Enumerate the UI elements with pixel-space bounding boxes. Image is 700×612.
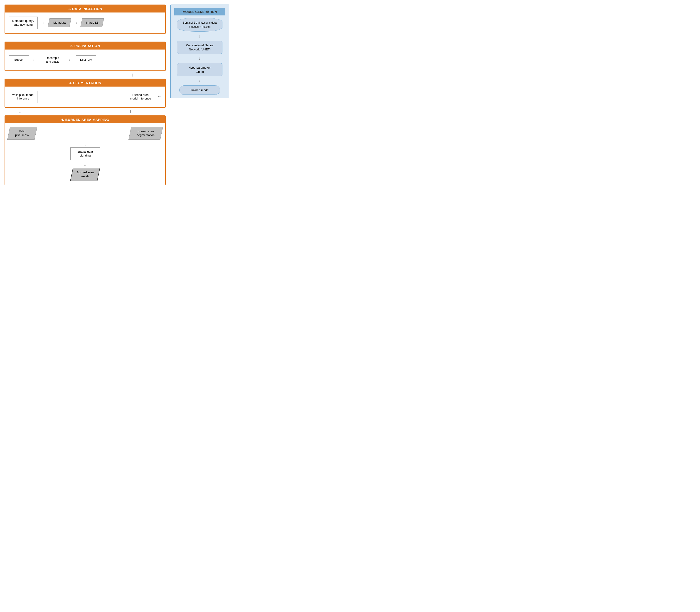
section-4-header: 4. BURNED AREA MAPPING xyxy=(5,116,165,123)
node-valid-pixel-mask: Valid pixel mask xyxy=(7,127,37,140)
arrows-s2-s3: ↓ ↓ xyxy=(4,71,166,79)
node-metadata-query: Metadata query / data download xyxy=(9,17,38,29)
s4-bottom-arrow: ↓ xyxy=(9,160,162,168)
model-gen-header: MODEL GENERATION xyxy=(174,8,225,15)
section-preparation: 2. PREPARATION Subset Resample and stack… xyxy=(4,42,166,71)
arrow-to-blend: ↓ xyxy=(84,141,86,147)
section-2-header: 2. PREPARATION xyxy=(5,42,165,50)
node-sentinel-data: Sentinel-2 train/test/val data (images +… xyxy=(177,18,223,31)
section-segmentation: 3. SEGMENTATION Valid pixel model infere… xyxy=(4,79,166,108)
node-dn2toa: DN2TOA xyxy=(76,55,96,64)
section-4-content: Valid pixel mask Burned area segmentatio… xyxy=(5,123,165,184)
node-valid-pixel-inference: Valid pixel model inference xyxy=(9,91,38,103)
flow-sections: 1. DATA INGESTION Metadata query / data … xyxy=(4,4,166,185)
arrow-dn2toa-tail: ← xyxy=(99,57,104,62)
s4-middle-arrow-area: ↓ xyxy=(9,140,162,148)
arrow-resample-to-subset xyxy=(32,57,37,62)
section-1-content: Metadata query / data download Metadata … xyxy=(5,13,165,33)
section-3-content: Valid pixel model inference Burned area … xyxy=(5,86,165,108)
section-burned-area-mapping: 4. BURNED AREA MAPPING Valid pixel mask … xyxy=(4,115,166,185)
node-spatial-blend: Spatial data blending xyxy=(70,148,100,160)
arrow-s1-s2: ↓ xyxy=(4,34,166,42)
arrow-to-metadata xyxy=(41,20,45,26)
s4-blend-row: Spatial data blending xyxy=(9,148,162,160)
node-image-l1: Image L1 xyxy=(80,18,104,27)
node-resample-stack: Resample and stack xyxy=(40,54,65,66)
s4-mask-row: Burned area mask xyxy=(9,168,162,181)
model-arrow-1: ↓ xyxy=(199,34,201,39)
arrow-dn2toa-to-resample xyxy=(68,57,73,62)
node-burned-area-seg: Burned area segmentation xyxy=(128,127,163,140)
arrow-to-image xyxy=(73,20,78,26)
node-metadata: Metadata xyxy=(47,18,71,27)
node-burned-area-mask: Burned area mask xyxy=(70,168,100,181)
arrow-from-model: ← xyxy=(157,94,161,99)
arrows-s3-s4: ↓ ↓ xyxy=(4,108,166,115)
s4-top-row: Valid pixel mask Burned area segmentatio… xyxy=(9,127,162,140)
section-1-header: 1. DATA INGESTION xyxy=(5,5,165,13)
section-2-content: Subset Resample and stack DN2TOA ← xyxy=(5,50,165,70)
section-data-ingestion: 1. DATA INGESTION Metadata query / data … xyxy=(4,4,166,34)
node-hyperparameter: Hyperparameter- tuning xyxy=(177,63,223,76)
model-generation-box: MODEL GENERATION Sentinel-2 train/test/v… xyxy=(170,4,229,98)
model-arrow-3: ↓ xyxy=(199,78,201,83)
node-subset: Subset xyxy=(9,55,29,64)
node-cnn: Convolutional Neural Network (UNET) xyxy=(177,41,223,54)
node-trained-model: Trained model xyxy=(179,85,220,95)
model-arrow-2: ↓ xyxy=(199,56,201,61)
node-burned-area-inference: Burned area model inference ← xyxy=(126,91,155,103)
diagram-wrapper: 1. DATA INGESTION Metadata query / data … xyxy=(4,4,229,185)
section-3-header: 3. SEGMENTATION xyxy=(5,79,165,86)
